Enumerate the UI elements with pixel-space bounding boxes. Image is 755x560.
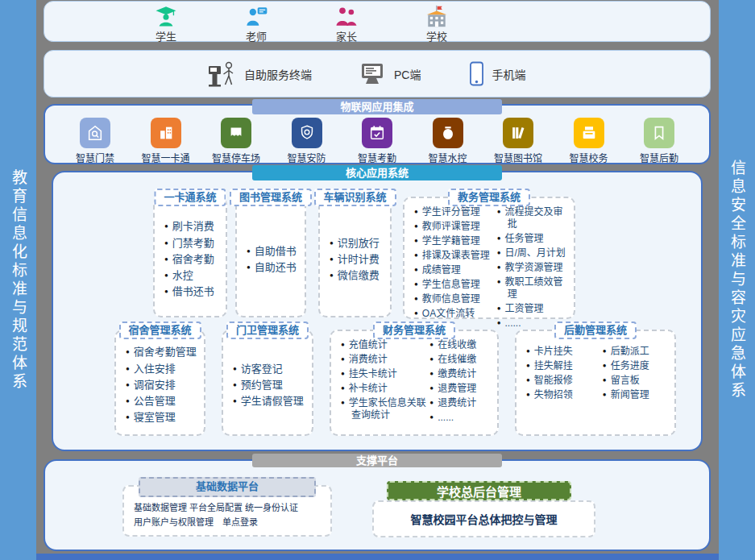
system-library: 图书管理系统 自助借书 自助还书	[235, 197, 306, 317]
iot-label: 智慧门禁	[76, 151, 114, 164]
system-title: 车辆识别系统	[313, 189, 396, 206]
parking-icon	[221, 118, 251, 148]
system-feature-columns: 学生评分管理 教师评课管理 学生学籍管理 排课及课表管理 成绩管理 学生信息管理…	[404, 198, 574, 331]
bottom-accent-bar	[0, 554, 755, 560]
parents-icon	[334, 5, 359, 27]
role-teacher: 老师	[211, 2, 301, 41]
list-item: 教师信息管理	[414, 293, 494, 305]
system-dormitory: 宿舍管理系统 宿舍考勤管理 入住安排 调宿安排 公告管理 寝室管理	[114, 330, 205, 436]
list-item: 学生请假管理	[233, 395, 309, 408]
left-standard-banner: 教育信息化标准与规范体系	[0, 0, 36, 560]
feature-column: 流程提交及审批 任务管理 日/周、月计划 教学资源管理 教职工绩效管理 工资管理…	[497, 206, 574, 331]
school-backend-desc: 智慧校园平台总体把控与管理	[374, 502, 594, 537]
base-feature-line: 用户账户与权限管理 单点登录	[134, 516, 322, 530]
terminals-panel: 自助服务终端 PC端	[44, 50, 711, 97]
list-item: 自助还书	[247, 261, 301, 274]
mobile-phone-icon	[469, 61, 485, 87]
list-item: 学生学籍管理	[414, 235, 494, 247]
list-item: 新闻管理	[603, 389, 671, 401]
system-feature-list: 自助借书 自助还书	[237, 239, 305, 276]
self-service-kiosk-icon	[205, 60, 238, 89]
system-finance: 财务管理系统 充值统计 消费统计 挂失卡统计 补卡统计 学生家长信息关联查询统计…	[330, 330, 499, 436]
support-panel-header: 支撑平台	[252, 454, 502, 467]
list-item: 宿舍考勤	[164, 253, 222, 266]
list-item: 任务管理	[497, 233, 570, 245]
feature-column: 在线收缴 在线催缴 缴费统计 退费管理 退费统计 ......	[429, 339, 497, 425]
role-label: 学校	[426, 28, 447, 44]
iot-label: 智慧停车场	[212, 151, 260, 164]
list-item: 访客登记	[233, 363, 309, 375]
support-platform-panel: 支撑平台 基础数据平台 基础数据管理 平台全局配置 统一身份认证 用户账户与权限…	[44, 459, 711, 551]
terminal-label: 自助服务终端	[244, 66, 312, 82]
list-item: 消费统计	[341, 354, 426, 366]
feature-column: 卡片挂失 挂失解挂 智能报修 失物招领	[516, 346, 603, 403]
smart-campus-architecture-diagram: 教育信息化标准与规范体系 信息安全标准与容灾应急体系 学生	[0, 0, 755, 560]
iot-label: 智慧安防	[287, 151, 326, 164]
list-item: 在线收缴	[429, 339, 494, 351]
system-title: 图书管理系统	[230, 189, 312, 206]
right-banner-label: 信息安全标准与容灾应急体系	[726, 160, 748, 400]
system-title: 宿舍管理系统	[118, 321, 201, 339]
terminal-pc: PC端	[360, 62, 421, 86]
iot-label: 智慧考勤	[358, 151, 396, 164]
list-item: 补卡统计	[341, 383, 426, 395]
terminal-kiosk: 自助服务终端	[205, 60, 312, 89]
system-logistics: 后勤管理系统 卡片挂失 挂失解挂 智能报修 失物招领 后勤派工 任务进度 留言板…	[515, 330, 676, 436]
list-item: 计时计费	[330, 253, 387, 266]
user-roles-panel: 学生 老师	[44, 1, 711, 42]
list-item: 宿舍考勤管理	[126, 346, 201, 359]
list-item: 调宿安排	[126, 379, 201, 392]
core-panel-header: 核心应用系统	[252, 165, 502, 180]
system-feature-list: 宿舍考勤管理 入住安排 调宿安排 公告管理 寝室管理	[116, 339, 204, 425]
system-gatekeeper: 门卫管理系统 访客登记 预约管理 学生请假管理	[222, 330, 313, 436]
school-affairs-machine-icon	[574, 118, 604, 148]
iot-label: 智慧校务	[569, 151, 608, 164]
iot-parking: 智慧停车场	[207, 118, 265, 164]
school-building-icon	[424, 5, 450, 27]
list-item: 刷卡消费	[164, 220, 222, 233]
list-item: 任务进度	[603, 360, 671, 372]
iot-label: 智慧后勤	[640, 151, 678, 164]
list-item: ......	[429, 412, 494, 424]
system-onecard: 一卡通系统 刷卡消费 门禁考勤 宿舍考勤 水控 借书还书	[153, 197, 227, 317]
feature-column: 后勤派工 任务进度 留言板 新闻管理	[603, 346, 674, 403]
terminal-label: 手机端	[492, 66, 525, 82]
list-item: 识别放行	[330, 237, 387, 250]
system-academic: 教务管理系统 学生评分管理 教师评课管理 学生学籍管理 排课及课表管理 成绩管理…	[403, 197, 575, 319]
list-item: 工资管理	[497, 303, 570, 315]
list-item: 学生家长信息关联查询统计	[341, 397, 426, 421]
iot-panel-header: 物联网应用集成	[252, 99, 502, 114]
list-item: 退费统计	[429, 397, 494, 409]
list-item: 成绩管理	[414, 264, 494, 276]
list-item: 预约管理	[233, 379, 309, 392]
attendance-calendar-icon	[362, 118, 392, 148]
list-item: 借书还书	[164, 285, 222, 298]
list-item: 学生评分管理	[414, 206, 494, 218]
list-item: OA文件流转	[414, 308, 494, 320]
list-item: 教职工绩效管理	[497, 276, 570, 301]
system-vehicle: 车辆识别系统 识别放行 计时计费 微信缴费	[318, 197, 392, 317]
door-access-icon	[80, 118, 110, 148]
base-data-platform-box: 基础数据平台 基础数据管理 平台全局配置 统一身份认证 用户账户与权限管理 单点…	[122, 485, 332, 537]
role-parent: 家长	[301, 2, 392, 41]
school-backend-title: 学校总后台管理	[387, 481, 571, 500]
list-item: 教师评课管理	[414, 221, 494, 233]
list-item: 自助借书	[247, 245, 301, 258]
list-item: 门禁考勤	[164, 237, 222, 250]
role-student: 学生	[121, 2, 211, 41]
system-title: 一卡通系统	[154, 189, 226, 206]
system-feature-list: 访客登记 预约管理 学生请假管理	[223, 356, 312, 410]
role-label: 家长	[336, 28, 357, 44]
terminal-label: PC端	[394, 66, 421, 82]
iot-school-affairs: 智慧校务	[560, 118, 618, 164]
list-item: 入住安排	[126, 363, 201, 375]
base-feature-line: 基础数据管理 平台全局配置 统一身份认证	[134, 501, 322, 516]
list-item: 留言板	[603, 375, 671, 387]
list-item: 充值统计	[341, 339, 426, 351]
list-item: 卡片挂失	[526, 346, 599, 358]
list-item: 日/周、月计划	[497, 247, 570, 259]
role-school: 学校	[392, 2, 482, 41]
core-systems-panel: 核心应用系统 一卡通系统 刷卡消费 门禁考勤 宿舍考勤 水控 借书还书 图书管理…	[52, 171, 703, 451]
list-item: 教学资源管理	[497, 262, 570, 274]
list-item: 挂失解挂	[526, 360, 599, 372]
